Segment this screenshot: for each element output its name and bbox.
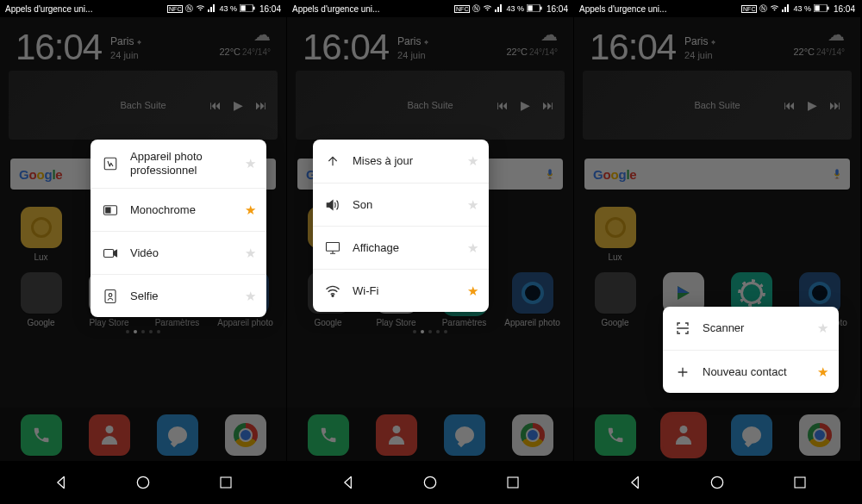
svg-point-21 bbox=[711, 476, 722, 488]
status-bar: Appels d'urgence uni... NFC Ⓝ 43 % 16:04 bbox=[574, 0, 860, 17]
n-icon: Ⓝ bbox=[472, 3, 480, 15]
sound-icon bbox=[323, 198, 342, 212]
popup-label: Son bbox=[353, 198, 457, 212]
popup-label: Wi-Fi bbox=[353, 284, 457, 298]
nav-home[interactable] bbox=[122, 469, 165, 496]
popup-label: Scanner bbox=[703, 321, 807, 335]
shortcut-popup-contacts: Scanner ★ Nouveau contact ★ bbox=[663, 307, 839, 393]
nav-back[interactable] bbox=[40, 469, 83, 496]
popup-label: Appareil photo professionnel bbox=[130, 150, 234, 177]
star-icon[interactable]: ★ bbox=[467, 240, 478, 256]
svg-rect-12 bbox=[528, 5, 532, 10]
carrier-text: Appels d'urgence uni... bbox=[579, 4, 666, 14]
svg-point-16 bbox=[424, 476, 435, 488]
svg-rect-17 bbox=[508, 477, 518, 488]
nav-back[interactable] bbox=[614, 469, 657, 496]
popup-row[interactable]: Son ★ bbox=[313, 183, 489, 226]
signal-icon bbox=[782, 3, 790, 14]
phone-screen-2: Appels d'urgence uni... NFC Ⓝ 43 % 16:04… bbox=[287, 0, 574, 504]
video-icon bbox=[101, 247, 120, 259]
nfc-icon: NFC bbox=[167, 5, 183, 13]
popup-label: Selfie bbox=[130, 289, 234, 303]
svg-rect-2 bbox=[253, 6, 255, 9]
carrier-text: Appels d'urgence uni... bbox=[5, 4, 92, 14]
popup-row[interactable]: Mises à jour ★ bbox=[313, 140, 489, 183]
svg-rect-10 bbox=[221, 477, 231, 488]
popup-row[interactable]: Vidéo ★ bbox=[91, 231, 266, 274]
wifi-icon bbox=[483, 4, 492, 14]
popup-label: Monochrome bbox=[130, 203, 234, 217]
svg-rect-14 bbox=[327, 243, 340, 252]
battery-pct: 43 % bbox=[219, 4, 237, 13]
nav-home[interactable] bbox=[409, 469, 452, 496]
popup-row[interactable]: Selfie ★ bbox=[91, 274, 266, 317]
status-icons: NFC Ⓝ 43 % 16:04 bbox=[741, 3, 855, 15]
popup-row[interactable]: Scanner ★ bbox=[663, 307, 839, 350]
svg-rect-20 bbox=[828, 6, 829, 9]
nfc-icon: NFC bbox=[454, 5, 470, 13]
svg-point-9 bbox=[137, 476, 148, 488]
signal-icon bbox=[495, 3, 503, 14]
nav-recent[interactable] bbox=[778, 469, 821, 496]
nav-bar bbox=[287, 461, 573, 504]
svg-rect-1 bbox=[240, 5, 245, 10]
popup-row[interactable]: Monochrome ★ bbox=[91, 188, 266, 231]
signal-icon bbox=[208, 3, 216, 14]
nav-bar bbox=[574, 461, 860, 504]
battery-pct: 43 % bbox=[506, 4, 524, 13]
svg-rect-19 bbox=[815, 5, 819, 10]
svg-point-8 bbox=[109, 293, 112, 296]
popup-row[interactable]: Affichage ★ bbox=[313, 226, 489, 269]
wifi-icon bbox=[196, 4, 205, 14]
status-icons: NFC Ⓝ 43 % 16:04 bbox=[454, 3, 568, 15]
display-icon bbox=[323, 241, 342, 254]
star-icon[interactable]: ★ bbox=[467, 153, 478, 169]
star-icon[interactable]: ★ bbox=[467, 283, 478, 299]
mode-pro-icon bbox=[101, 156, 120, 171]
popup-row[interactable]: Wi-Fi ★ bbox=[313, 269, 489, 312]
dim-overlay[interactable] bbox=[574, 17, 860, 461]
statusbar-time: 16:04 bbox=[547, 4, 568, 14]
popup-label: Vidéo bbox=[130, 246, 234, 260]
plus-icon bbox=[673, 365, 692, 379]
status-bar: Appels d'urgence uni... NFC Ⓝ 43 % 16:04 bbox=[287, 0, 573, 17]
popup-label: Nouveau contact bbox=[703, 365, 807, 379]
popup-label: Affichage bbox=[353, 241, 457, 255]
popup-row[interactable]: Appareil photo professionnel ★ bbox=[91, 140, 266, 188]
nfc-icon: NFC bbox=[741, 5, 757, 13]
statusbar-time: 16:04 bbox=[259, 4, 281, 14]
nav-recent[interactable] bbox=[491, 469, 534, 496]
star-icon[interactable]: ★ bbox=[817, 364, 828, 380]
popup-row[interactable]: Nouveau contact ★ bbox=[663, 350, 839, 393]
star-icon[interactable]: ★ bbox=[245, 202, 256, 218]
svg-rect-13 bbox=[540, 6, 542, 9]
star-icon[interactable]: ★ bbox=[245, 289, 256, 304]
update-icon bbox=[323, 154, 342, 168]
battery-icon bbox=[814, 4, 829, 14]
star-icon[interactable]: ★ bbox=[245, 156, 256, 171]
battery-pct: 43 % bbox=[793, 4, 811, 13]
shortcut-popup-camera: Appareil photo professionnel ★ Monochrom… bbox=[91, 140, 266, 317]
battery-icon bbox=[240, 4, 255, 14]
wifi-icon bbox=[323, 285, 342, 297]
star-icon[interactable]: ★ bbox=[245, 246, 256, 261]
svg-rect-6 bbox=[104, 249, 114, 257]
nav-bar bbox=[0, 461, 286, 504]
statusbar-time: 16:04 bbox=[834, 4, 855, 14]
phone-screen-1: Appels d'urgence uni... NFC Ⓝ 43 % 16:04… bbox=[0, 0, 287, 504]
star-icon[interactable]: ★ bbox=[467, 197, 478, 213]
n-icon: Ⓝ bbox=[759, 3, 767, 15]
battery-icon bbox=[527, 4, 542, 14]
wifi-icon bbox=[770, 4, 779, 14]
nav-home[interactable] bbox=[696, 469, 739, 496]
svg-point-15 bbox=[332, 295, 334, 296]
nav-back[interactable] bbox=[327, 469, 370, 496]
n-icon: Ⓝ bbox=[185, 3, 193, 15]
phone-screen-3: Appels d'urgence uni... NFC Ⓝ 43 % 16:04… bbox=[574, 0, 861, 504]
status-icons: NFC Ⓝ 43 % 16:04 bbox=[167, 3, 281, 15]
monochrome-icon bbox=[101, 204, 120, 216]
star-icon[interactable]: ★ bbox=[817, 320, 828, 336]
status-bar: Appels d'urgence uni... NFC Ⓝ 43 % 16:04 bbox=[0, 0, 286, 17]
nav-recent[interactable] bbox=[204, 469, 247, 496]
svg-rect-5 bbox=[106, 208, 110, 213]
